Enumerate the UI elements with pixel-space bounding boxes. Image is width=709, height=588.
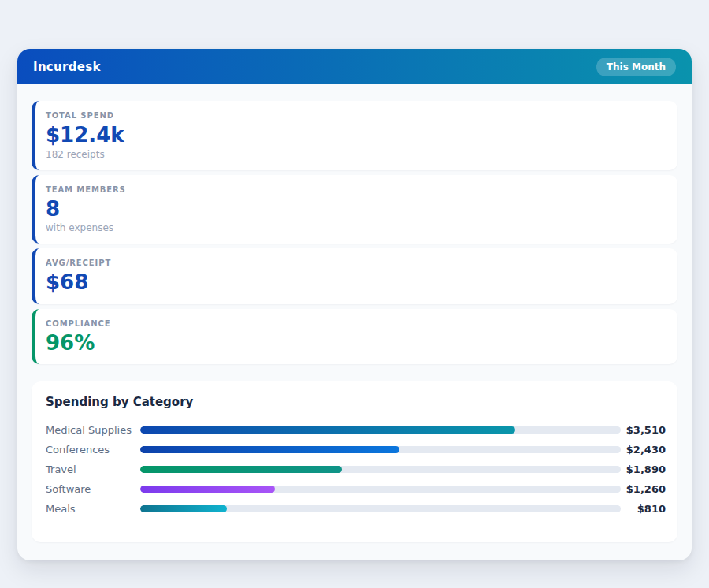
category-value: $2,430 (621, 444, 666, 456)
stat-value: $12.4k (46, 124, 665, 147)
category-bar-fill (140, 486, 275, 493)
stat-value: 96% (46, 332, 665, 355)
app-header: Incurdesk This Month (17, 49, 692, 84)
category-bar-track (140, 505, 621, 512)
stat-card-avg-receipt: AVG/RECEIPT $68 (32, 248, 677, 304)
category-bar-list: Medical Supplies $3,510 Conferences $2,4… (46, 420, 666, 519)
spending-by-category-section: Spending by Category Medical Supplies $3… (32, 381, 677, 542)
app-title: Incurdesk (33, 60, 101, 74)
category-row: Conferences $2,430 (46, 440, 666, 460)
category-bar-track (140, 466, 621, 473)
stat-card-team-members: TEAM MEMBERS 8 with expenses (32, 175, 677, 244)
period-badge[interactable]: This Month (596, 58, 676, 76)
stat-card-compliance: COMPLIANCE 96% (32, 309, 677, 365)
category-bar-fill (140, 446, 399, 453)
category-row: Software $1,260 (46, 479, 666, 499)
stat-subtext: 182 receipts (46, 149, 665, 160)
category-value: $1,260 (621, 483, 666, 495)
category-label: Software (46, 483, 140, 495)
category-row: Meals $810 (46, 499, 666, 519)
category-row: Medical Supplies $3,510 (46, 420, 666, 440)
category-label: Conferences (46, 444, 140, 456)
category-label: Medical Supplies (46, 424, 140, 436)
category-bar-track (140, 486, 621, 493)
category-bar-track (140, 446, 621, 453)
stat-card-total-spend: TOTAL SPEND $12.4k 182 receipts (32, 101, 677, 170)
category-row: Travel $1,890 (46, 460, 666, 479)
stat-value: 8 (46, 198, 665, 221)
category-bar-fill (140, 505, 227, 512)
stat-label: TEAM MEMBERS (46, 185, 665, 194)
category-label: Travel (46, 463, 140, 475)
stat-label: AVG/RECEIPT (46, 259, 665, 267)
category-value: $3,510 (621, 424, 666, 436)
category-label: Meals (46, 503, 140, 515)
stat-subtext: with expenses (46, 222, 665, 233)
stat-label: TOTAL SPEND (46, 111, 665, 120)
section-title: Spending by Category (46, 395, 666, 409)
category-bar-fill (140, 466, 342, 473)
dashboard-panel: Incurdesk This Month TOTAL SPEND $12.4k … (17, 49, 692, 560)
stat-value: $68 (46, 271, 665, 294)
category-bar-fill (140, 426, 515, 434)
dashboard-body: TOTAL SPEND $12.4k 182 receipts TEAM MEM… (17, 84, 692, 560)
category-value: $810 (621, 503, 666, 515)
category-bar-track (140, 426, 621, 434)
stat-label: COMPLIANCE (46, 319, 665, 328)
category-value: $1,890 (621, 463, 666, 475)
